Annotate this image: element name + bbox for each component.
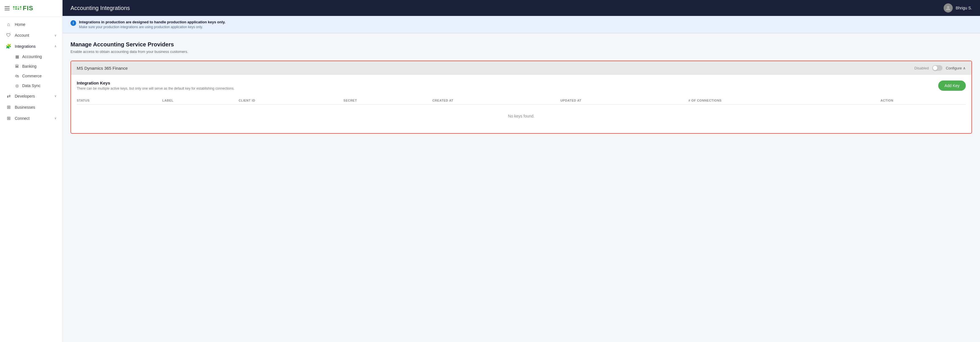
col-updated-at: UPDATED AT xyxy=(560,96,689,105)
col-status: STATUS xyxy=(77,96,162,105)
sidebar-item-account[interactable]: 🛡 Account ∨ xyxy=(0,30,62,41)
info-banner: i Integrations in production are designe… xyxy=(62,16,980,33)
sidebar-item-label: Account xyxy=(15,33,29,38)
table-empty-row: No keys found. xyxy=(77,105,966,128)
empty-message: No keys found. xyxy=(77,105,966,128)
topbar: Accounting Integrations Bhrigu S. xyxy=(62,0,980,16)
connect-icon: ⊞ xyxy=(6,115,11,121)
chevron-down-icon: ∨ xyxy=(54,34,57,37)
provider-card: MS Dynamics 365 Finance Disabled Configu… xyxy=(70,61,972,134)
chevron-up-icon: ∧ xyxy=(963,66,966,70)
grid-icon: ⊞ xyxy=(6,104,11,110)
table-header: STATUS LABEL CLIENT ID SECRET CREATED AT… xyxy=(77,96,966,105)
sidebar-item-home[interactable]: ⌂ Home xyxy=(0,19,62,30)
sidebar-item-integrations[interactable]: 🧩 Integrations ∧ xyxy=(0,41,62,52)
user-menu[interactable]: Bhrigu S. xyxy=(943,3,972,13)
banner-title: Integrations in production are designed … xyxy=(79,20,225,24)
menu-icon[interactable] xyxy=(5,6,10,10)
chevron-up-icon: ∧ xyxy=(54,45,57,48)
avatar xyxy=(943,3,953,13)
col-client-id: CLIENT ID xyxy=(239,96,344,105)
logo: FIS xyxy=(13,5,33,12)
toggle-knob xyxy=(933,66,937,70)
provider-toggle[interactable] xyxy=(932,65,942,71)
sidebar-header: FIS xyxy=(0,0,62,17)
sidebar-nav: ⌂ Home 🛡 Account ∨ 🧩 Integrations ∧ ▦ Ac… xyxy=(0,17,62,342)
sidebar-item-label: Businesses xyxy=(15,105,35,110)
integration-keys-desc: There can be multiple active keys, but o… xyxy=(77,86,234,91)
integration-keys-info: Integration Keys There can be multiple a… xyxy=(77,80,234,91)
bank-icon: 🏛 xyxy=(15,64,19,69)
banner-subtitle: Make sure your production integrations a… xyxy=(79,25,225,29)
banner-text: Integrations in production are designed … xyxy=(79,20,225,29)
info-icon: i xyxy=(70,20,76,26)
provider-header: MS Dynamics 365 Finance Disabled Configu… xyxy=(71,61,972,75)
sidebar: FIS ⌂ Home 🛡 Account ∨ 🧩 Integrations ∧ … xyxy=(0,0,62,342)
chevron-down-icon: ∨ xyxy=(54,94,57,98)
integration-body: Integration Keys There can be multiple a… xyxy=(71,75,972,133)
shield-icon: 🛡 xyxy=(6,33,11,38)
keys-table: STATUS LABEL CLIENT ID SECRET CREATED AT… xyxy=(77,96,966,128)
sync-icon: ◎ xyxy=(15,83,19,88)
bag-icon: 🛍 xyxy=(15,74,19,78)
provider-name: MS Dynamics 365 Finance xyxy=(77,66,127,70)
sidebar-item-label: Integrations xyxy=(15,44,35,49)
page-content: Manage Accounting Service Providers Enab… xyxy=(62,33,980,142)
provider-status: Disabled xyxy=(914,66,929,70)
sidebar-sub-label: Accounting xyxy=(22,54,42,59)
sidebar-item-connect[interactable]: ⊞ Connect ∨ xyxy=(0,113,62,124)
main-area: Accounting Integrations Bhrigu S. i Inte… xyxy=(62,0,980,342)
chevron-down-icon: ∨ xyxy=(54,117,57,120)
bar-chart-icon: ▦ xyxy=(15,54,19,59)
sidebar-sub-label: Data Sync xyxy=(22,83,41,88)
provider-actions: Disabled Configure ∧ xyxy=(914,65,966,71)
integration-keys-title: Integration Keys xyxy=(77,80,234,85)
table-body: No keys found. xyxy=(77,105,966,128)
sidebar-item-label: Connect xyxy=(15,116,30,121)
username-label: Bhrigu S. xyxy=(956,6,972,10)
page-subheading: Enable access to obtain accounting data … xyxy=(70,50,972,54)
configure-label: Configure xyxy=(946,66,962,70)
sidebar-item-commerce[interactable]: 🛍 Commerce xyxy=(0,71,62,81)
sidebar-item-data-sync[interactable]: ◎ Data Sync xyxy=(0,81,62,91)
sidebar-item-accounting[interactable]: ▦ Accounting xyxy=(0,52,62,61)
integration-keys-header: Integration Keys There can be multiple a… xyxy=(77,80,966,91)
configure-button[interactable]: Configure ∧ xyxy=(946,66,966,70)
sidebar-sub-label: Banking xyxy=(22,64,37,69)
col-label: LABEL xyxy=(162,96,239,105)
logo-text: FIS xyxy=(23,5,33,12)
sidebar-item-label: Home xyxy=(15,22,25,27)
add-key-button[interactable]: Add Key xyxy=(938,80,966,91)
sidebar-item-label: Developers xyxy=(15,94,35,98)
home-icon: ⌂ xyxy=(6,22,11,27)
sidebar-item-businesses[interactable]: ⊞ Businesses xyxy=(0,102,62,113)
col-action: ACTION xyxy=(881,96,966,105)
page-title: Accounting Integrations xyxy=(70,5,130,11)
sidebar-item-developers[interactable]: ⇄ Developers ∨ xyxy=(0,91,62,102)
content-area: i Integrations in production are designe… xyxy=(62,16,980,342)
col-secret: SECRET xyxy=(343,96,432,105)
col-connections: # OF CONNECTIONS xyxy=(688,96,881,105)
sidebar-item-banking[interactable]: 🏛 Banking xyxy=(0,61,62,71)
developer-icon: ⇄ xyxy=(6,93,11,99)
page-heading: Manage Accounting Service Providers xyxy=(70,41,972,48)
col-created-at: CREATED AT xyxy=(432,96,560,105)
puzzle-icon: 🧩 xyxy=(6,43,11,49)
svg-point-0 xyxy=(947,6,949,8)
sidebar-sub-label: Commerce xyxy=(22,74,41,78)
